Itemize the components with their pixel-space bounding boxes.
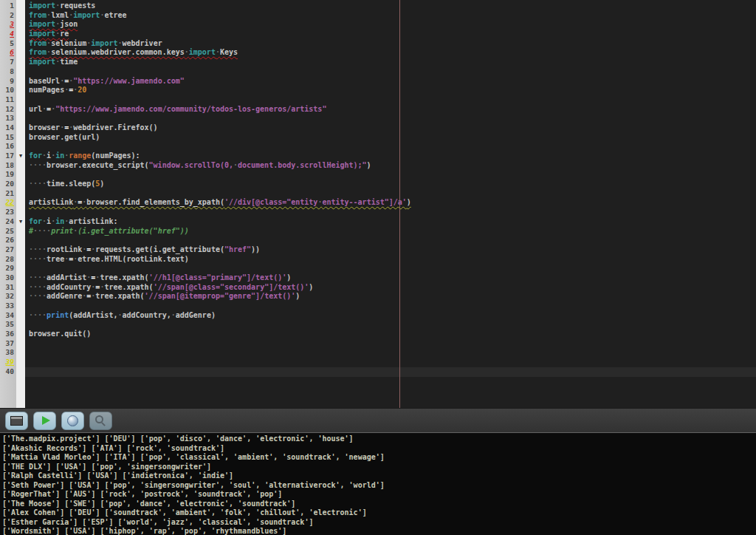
code-text[interactable]: ····time.sleep(5)	[25, 180, 756, 189]
code-text[interactable]: browser.quit()	[25, 330, 756, 339]
code-text[interactable]: browser·=·webdriver.Firefox()	[25, 123, 756, 133]
editor-line[interactable]: 17▼for·i·in·range(numPages):	[0, 151, 756, 161]
line-number: 27	[0, 245, 16, 255]
code-text[interactable]: from·selenium·import·webdriver	[25, 39, 756, 49]
fold-margin-cell	[16, 142, 25, 151]
code-text[interactable]: artistLink·=·browser.find_elements_by_xp…	[25, 198, 756, 208]
editor-line[interactable]: 20····time.sleep(5)	[0, 180, 756, 189]
editor-line[interactable]: 6from·selenium.webdriver.common.keys·imp…	[0, 48, 756, 58]
code-text[interactable]: baseUrl·=·"https://www.jamendo.com"	[25, 77, 756, 86]
code-text[interactable]: ····addGenre·=·tree.xpath('//span[@itemp…	[25, 292, 756, 301]
code-text[interactable]: import·requests	[25, 1, 756, 11]
code-text[interactable]: import·time	[25, 58, 756, 67]
editor-line[interactable]: 32····addGenre·=·tree.xpath('//span[@ite…	[0, 292, 756, 301]
editor-line[interactable]: 14browser·=·webdriver.Firefox()	[0, 123, 756, 133]
code-text[interactable]	[25, 114, 756, 123]
editor-line[interactable]: 31····addCountry·=·tree.xpath('//span[@c…	[0, 283, 756, 293]
editor-line[interactable]: 7import·time	[0, 58, 756, 67]
fold-marker-icon[interactable]: ▼	[16, 217, 25, 227]
code-text[interactable]	[25, 189, 756, 199]
fold-margin-cell	[16, 273, 25, 283]
editor-line[interactable]: 27····rootLink·=·requests.get(i.get_attr…	[0, 245, 756, 255]
code-text[interactable]: ····addCountry·=·tree.xpath('//span[@cla…	[25, 283, 756, 293]
editor-line[interactable]: 18····browser.execute_script("window.scr…	[0, 161, 756, 171]
code-text[interactable]: for·i·in·range(numPages):	[25, 151, 756, 161]
editor-line[interactable]: 13	[0, 114, 756, 123]
editor-line[interactable]: 3import·json	[0, 20, 756, 30]
editor-line[interactable]: 23	[0, 208, 756, 217]
fold-margin-cell	[16, 255, 25, 265]
editor-line[interactable]: 19	[0, 170, 756, 180]
editor-line[interactable]: 8	[0, 67, 756, 77]
editor-line[interactable]: 26	[0, 236, 756, 245]
code-text[interactable]	[25, 95, 756, 105]
code-text[interactable]	[25, 367, 756, 377]
terminal-icon	[10, 416, 23, 426]
fold-marker-icon[interactable]: ▼	[16, 151, 25, 161]
editor-line[interactable]: 33	[0, 301, 756, 311]
code-text[interactable]	[25, 358, 756, 367]
line-number: 31	[0, 283, 16, 293]
code-text[interactable]	[25, 142, 756, 151]
code-text[interactable]	[25, 301, 756, 311]
editor-line[interactable]: 36browser.quit()	[0, 330, 756, 339]
editor-line[interactable]: 16	[0, 142, 756, 151]
code-text[interactable]: import·json	[25, 20, 756, 30]
editor-line[interactable]: 5from·selenium·import·webdriver	[0, 39, 756, 49]
editor-line[interactable]: 34····print(addArtist,·addCountry,·addGe…	[0, 311, 756, 321]
editor-line[interactable]: 35	[0, 320, 756, 330]
editor-line[interactable]: 39	[0, 358, 756, 367]
code-text[interactable]: ····print(addArtist,·addCountry,·addGenr…	[25, 311, 756, 321]
code-text[interactable]	[25, 348, 756, 358]
editor-line[interactable]: 4import·re	[0, 30, 756, 39]
editor-line[interactable]: 10numPages·=·20	[0, 86, 756, 95]
code-text[interactable]: import·re	[25, 30, 756, 39]
code-text[interactable]: ····browser.execute_script("window.scrol…	[25, 161, 756, 171]
code-text[interactable]	[25, 170, 756, 180]
editor-line[interactable]: 37	[0, 339, 756, 349]
code-text[interactable]: ····tree·=·etree.HTML(rootLink.text)	[25, 255, 756, 265]
code-text[interactable]: numPages·=·20	[25, 86, 756, 95]
code-text[interactable]	[25, 236, 756, 245]
code-text[interactable]	[25, 339, 756, 349]
code-text[interactable]: browser.get(url)	[25, 133, 756, 143]
editor-line[interactable]: 12url·=·"https://www.jamendo.com/communi…	[0, 105, 756, 115]
editor-line[interactable]: 38	[0, 348, 756, 358]
code-text[interactable]: from·selenium.webdriver.common.keys·impo…	[25, 48, 756, 58]
code-text[interactable]: #····print·(i.get_attribute("href"))	[25, 227, 756, 236]
code-text[interactable]: ····addArtist·=·tree.xpath('//h1[@class=…	[25, 273, 756, 283]
code-text[interactable]: from·lxml·import·etree	[25, 11, 756, 21]
line-number: 15	[0, 133, 16, 143]
editor-line[interactable]: 9baseUrl·=·"https://www.jamendo.com"	[0, 77, 756, 86]
editor-line[interactable]: 28····tree·=·etree.HTML(rootLink.text)	[0, 255, 756, 265]
run-button[interactable]	[33, 412, 56, 430]
editor-line[interactable]: 11	[0, 95, 756, 105]
line-number: 28	[0, 255, 16, 265]
console-button[interactable]	[5, 412, 28, 430]
editor-line[interactable]: 22artistLink·=·browser.find_elements_by_…	[0, 198, 756, 208]
editor-line[interactable]: 15browser.get(url)	[0, 133, 756, 143]
editor-line[interactable]: 24▼for·i·in·artistLink:	[0, 217, 756, 227]
fold-margin-cell	[16, 301, 25, 311]
editor-line[interactable]: 30····addArtist·=·tree.xpath('//h1[@clas…	[0, 273, 756, 283]
editor-line[interactable]: 29	[0, 264, 756, 273]
editor-line[interactable]: 25#····print·(i.get_attribute("href"))	[0, 227, 756, 236]
code-text[interactable]	[25, 264, 756, 273]
search-button[interactable]	[89, 412, 112, 430]
code-editor[interactable]: 1import·requests2from·lxml·import·etree3…	[0, 0, 756, 408]
console-output-line: ['Akashic Records'] ['ATA'] ['rock', 'so…	[2, 444, 754, 454]
code-text[interactable]: for·i·in·artistLink:	[25, 217, 756, 227]
editor-line[interactable]: 21	[0, 189, 756, 199]
code-text[interactable]	[25, 208, 756, 217]
editor-line[interactable]: 40	[0, 367, 756, 377]
fold-margin-cell	[16, 292, 25, 301]
code-text[interactable]: ····rootLink·=·requests.get(i.get_attrib…	[25, 245, 756, 255]
code-text[interactable]	[25, 67, 756, 77]
browse-button[interactable]	[61, 412, 84, 430]
fold-margin-cell	[16, 133, 25, 143]
code-text[interactable]: url·=·"https://www.jamendo.com/community…	[25, 105, 756, 115]
editor-line[interactable]: 2from·lxml·import·etree	[0, 11, 756, 21]
editor-line[interactable]: 1import·requests	[0, 1, 756, 11]
code-text[interactable]	[25, 320, 756, 330]
line-number: 32	[0, 292, 16, 301]
